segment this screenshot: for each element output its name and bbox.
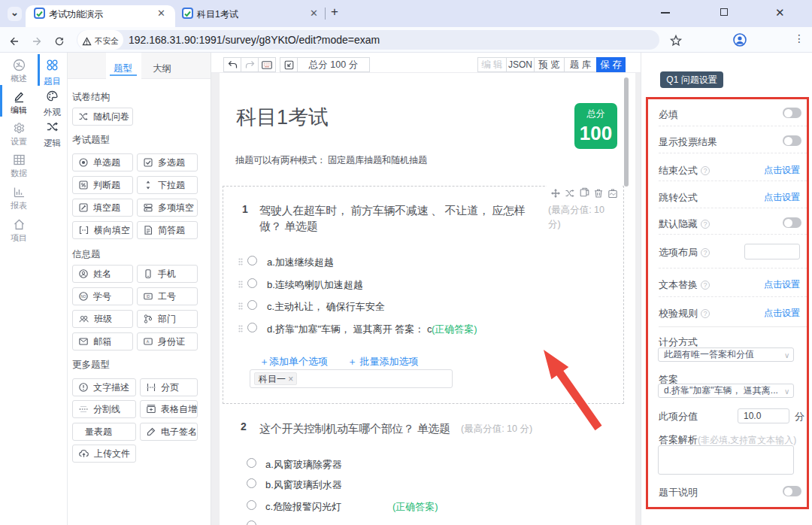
svg-text:ID: ID	[147, 295, 150, 299]
svg-text:A:: A:	[147, 340, 150, 344]
svg-text:NO: NO	[81, 295, 86, 299]
